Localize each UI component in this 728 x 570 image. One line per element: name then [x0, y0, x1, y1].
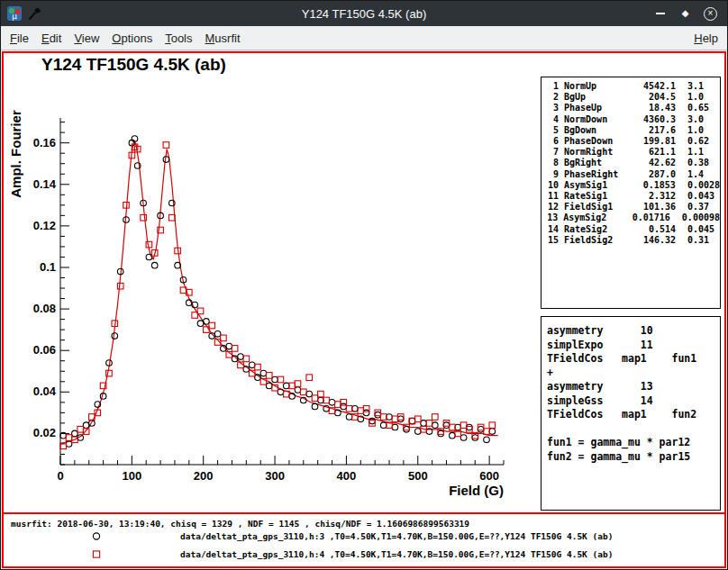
- data-point-square: [380, 414, 387, 421]
- maximize-icon: ◆: [682, 9, 689, 18]
- app-window: μ Y124 TF150G 4.5K (ab) ◆ × FileEditView…: [0, 0, 728, 570]
- y-tick-label: 0.16: [33, 136, 56, 149]
- data-point-circle: [83, 422, 89, 429]
- data-point-square: [323, 397, 330, 403]
- param-value: 199.81: [631, 136, 676, 147]
- data-point-square: [192, 312, 198, 319]
- theory-statbox[interactable]: asymmetry 10 simplExpo 11 TFieldCos map1…: [541, 316, 721, 511]
- parameter-statbox[interactable]: 1NormUp4542.13.12BgUp204.51.03PhaseUp18.…: [541, 77, 721, 309]
- root-canvas[interactable]: Y124 TF150G 4.5K (ab) 010020030040050060…: [2, 51, 726, 568]
- param-index: 3: [541, 103, 559, 113]
- menu-help[interactable]: Help: [687, 28, 724, 49]
- param-row: 6PhaseDown199.810.62: [541, 136, 720, 147]
- close-button[interactable]: ×: [703, 6, 718, 22]
- theory-text: asymmetry 10 simplExpo 11 TFieldCos map1…: [541, 317, 720, 471]
- param-row: 13AsymSig20.017160.00098: [541, 213, 720, 223]
- data-point-circle: [432, 422, 439, 429]
- param-error: 0.31: [676, 235, 709, 246]
- data-point-square: [232, 346, 238, 352]
- data-point-square: [66, 435, 72, 441]
- param-error: 0.045: [676, 224, 714, 235]
- window-titlebar[interactable]: μ Y124 TF150G 4.5K (ab) ◆ ×: [1, 1, 727, 26]
- x-tick-label: 100: [123, 469, 142, 483]
- legend-entry-text: data/deltat_pta_gps_3110,h:3 ,T0=4.50K,T…: [180, 531, 613, 541]
- param-name: PhaseDown: [559, 136, 631, 147]
- param-row: 1NormUp4542.13.1: [541, 81, 720, 92]
- legend-row: data/deltat_pta_gps_3110,h:4 ,T0=4.50K,T…: [90, 548, 613, 560]
- square-marker-icon: [90, 548, 104, 560]
- data-point-circle: [295, 387, 301, 394]
- data-point-square: [204, 327, 210, 333]
- app-icon[interactable]: μ: [7, 6, 22, 21]
- data-point-circle: [238, 354, 244, 360]
- data-point-circle: [415, 429, 422, 435]
- param-index: 13: [541, 213, 558, 223]
- param-name: RateSig2: [559, 224, 631, 235]
- x-tick-label: 500: [408, 469, 428, 483]
- param-error: 0.0028: [676, 180, 720, 191]
- menu-tools[interactable]: Tools: [159, 28, 198, 49]
- param-name: BgDown: [559, 125, 631, 136]
- param-row: 5BgDown217.61.0: [541, 125, 720, 136]
- param-error: 0.00098: [670, 213, 720, 223]
- svg-text:μ: μ: [12, 12, 17, 21]
- data-point-circle: [380, 422, 387, 429]
- data-point-circle: [151, 262, 158, 268]
- data-point-circle: [443, 422, 450, 429]
- param-value: 4542.1: [631, 81, 676, 92]
- param-row: 8BgRight42.620.38: [541, 158, 720, 168]
- x-tick-label: 400: [337, 469, 357, 483]
- param-name: AsymSig2: [558, 213, 627, 223]
- param-index: 15: [541, 235, 559, 246]
- param-row: 12FieldSig1101.360.37: [541, 202, 720, 213]
- param-index: 6: [541, 136, 559, 147]
- x-tick-label: 200: [194, 469, 214, 483]
- data-point-circle: [375, 412, 381, 418]
- param-index: 12: [541, 202, 559, 213]
- data-point-circle: [387, 414, 393, 421]
- data-point-square: [312, 395, 318, 402]
- minimize-button[interactable]: [652, 6, 668, 22]
- pin-icon[interactable]: [28, 7, 41, 21]
- param-error: 0.65: [676, 103, 709, 113]
- param-index: 10: [541, 180, 559, 191]
- data-point-circle: [266, 383, 272, 389]
- x-axis-label: Field (G): [449, 483, 504, 498]
- data-point-circle: [260, 370, 267, 376]
- param-name: BgRight: [559, 158, 631, 168]
- data-point-circle: [438, 430, 444, 437]
- menu-view[interactable]: View: [68, 28, 105, 49]
- param-index: 4: [541, 114, 559, 125]
- data-point-circle: [278, 389, 284, 395]
- close-icon: ×: [704, 7, 717, 21]
- maximize-button[interactable]: ◆: [678, 6, 693, 22]
- menu-file[interactable]: File: [4, 28, 35, 49]
- menu-options[interactable]: Options: [105, 28, 159, 49]
- data-point-circle: [341, 403, 347, 410]
- param-name: NormUp: [559, 81, 631, 92]
- legend-entry-text: data/deltat_pta_gps_3110,h:4 ,T0=4.50K,T…: [180, 549, 613, 559]
- param-index: 2: [541, 92, 559, 103]
- data-point-square: [295, 381, 301, 387]
- menu-bar: FileEditViewOptionsToolsMusrfit Help: [1, 26, 727, 50]
- param-row: 7NormRight621.11.1: [541, 147, 720, 158]
- param-error: 0.043: [676, 191, 714, 202]
- musrfit-info-line: musrfit: 2018-06-30, 13:19:40, chisq = 1…: [11, 519, 469, 529]
- data-point-circle: [392, 424, 398, 430]
- y-tick-label: 0.1: [40, 260, 56, 274]
- fourier-plot[interactable]: 01002003004005006000.020.040.060.080.10.…: [8, 107, 531, 514]
- data-point-circle: [312, 403, 318, 410]
- menu-edit[interactable]: Edit: [35, 28, 68, 49]
- data-point-square: [358, 408, 364, 414]
- param-value: 2.312: [631, 191, 676, 202]
- data-point-circle: [397, 416, 404, 422]
- menu-musrfit[interactable]: Musrfit: [199, 28, 247, 49]
- circle-marker-icon: [90, 530, 104, 542]
- data-point-square: [289, 383, 296, 389]
- data-point-square: [489, 422, 496, 429]
- param-row: 4NormDown4360.33.0: [541, 114, 720, 125]
- data-point-square: [169, 214, 176, 221]
- data-point-square: [221, 335, 227, 341]
- data-point-square: [335, 402, 341, 408]
- plot-title: Y124 TF150G 4.5K (ab): [41, 55, 226, 75]
